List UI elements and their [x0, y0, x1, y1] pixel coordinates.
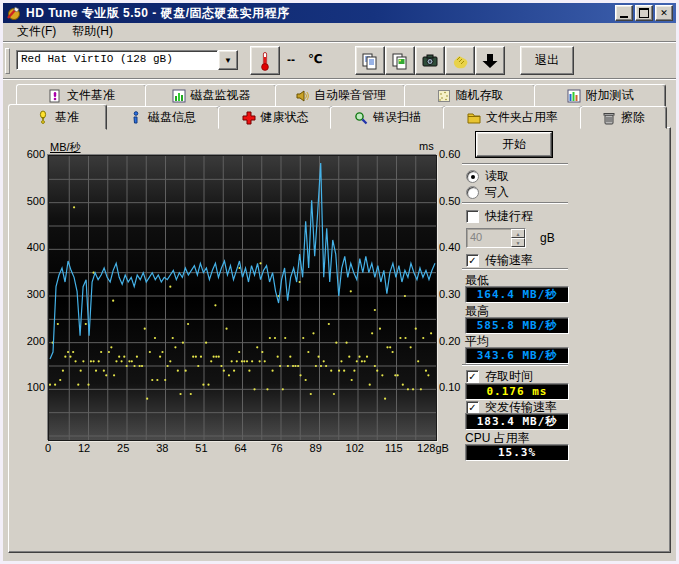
arrow-down-icon	[481, 52, 499, 70]
menu-help[interactable]: 帮助(H)	[64, 22, 121, 42]
hand-icon	[451, 52, 469, 70]
disk-monitor-icon	[172, 89, 186, 103]
tab-folder-usage[interactable]: 文件夹占用率	[443, 106, 582, 129]
speaker-icon	[295, 89, 309, 103]
random-access-icon	[437, 89, 451, 103]
tab-disk-monitor[interactable]: 磁盘监视器	[145, 84, 277, 107]
menu-bar: 文件(F) 帮助(H)	[3, 23, 676, 42]
copy-image-icon	[391, 52, 409, 70]
copy-text-button[interactable]	[355, 46, 385, 75]
x-axis-tick: 64	[221, 442, 261, 454]
start-label: 开始	[502, 136, 526, 153]
short-stroke-checkbox[interactable]: 快捷行程	[466, 208, 533, 225]
radio-read-icon	[466, 170, 479, 183]
benchmark-chart	[48, 155, 437, 441]
tab-label: 磁盘信息	[148, 109, 196, 126]
radio-read-label: 读取	[485, 168, 509, 185]
extra-tests-icon	[567, 89, 581, 103]
screenshot-button[interactable]	[415, 46, 445, 75]
close-button[interactable]: ✕	[655, 5, 673, 21]
transfer-rate-label: 传输速率	[485, 252, 533, 269]
health-cross-icon	[242, 111, 256, 125]
tab-error-scan[interactable]: 错误扫描	[330, 106, 445, 129]
x-axis-tick: 12	[64, 442, 104, 454]
copy-text-icon	[361, 52, 379, 70]
y2-axis-tick: 0.60	[439, 148, 469, 160]
max-value-display: 585.8 MB/秒	[465, 317, 569, 334]
y-axis-tick: 200	[18, 335, 45, 347]
y-axis-tick: 400	[18, 241, 45, 253]
hdtune-app-icon	[6, 5, 22, 21]
checkbox-unchecked-icon	[466, 210, 479, 223]
minimize-button[interactable]	[615, 5, 633, 21]
x-axis-tick: 128gB	[413, 442, 453, 454]
radio-write-icon	[466, 186, 479, 199]
exit-label: 退出	[535, 52, 559, 69]
spinner-up-icon[interactable]: ▲	[511, 229, 525, 238]
y2-axis-tick: 0.50	[439, 195, 469, 207]
radio-write-label: 写入	[485, 184, 509, 201]
hdtune-window: HD Tune 专业版 5.50 - 硬盘/固态硬盘实用程序 ✕ 文件(F) 帮…	[0, 0, 679, 564]
maximize-icon	[639, 8, 649, 18]
tab-label: 磁盘监视器	[191, 87, 251, 104]
y-axis-tick: 600	[18, 148, 45, 160]
access-time-display: 0.176 ms	[465, 383, 569, 400]
tab-erase[interactable]: 擦除	[580, 106, 667, 129]
x-axis-tick: 115	[374, 442, 414, 454]
spinner-down-icon[interactable]: ▼	[511, 238, 525, 247]
magnifier-icon	[354, 111, 368, 125]
trash-icon	[602, 111, 616, 125]
tab-random-access[interactable]: 随机存取	[404, 84, 536, 107]
min-value-display: 164.4 MB/秒	[465, 286, 569, 303]
separator	[462, 268, 568, 270]
x-axis-tick: 51	[181, 442, 221, 454]
title-bar[interactable]: HD Tune 专业版 5.50 - 硬盘/固态硬盘实用程序 ✕	[3, 3, 676, 23]
tab-label: 文件基准	[67, 87, 115, 104]
tab-label: 错误扫描	[373, 109, 421, 126]
copy-image-button[interactable]	[385, 46, 415, 75]
tab-label: 健康状态	[261, 109, 309, 126]
thermometer-icon	[259, 51, 271, 71]
toolbar-grip	[5, 48, 10, 74]
start-button[interactable]: 开始	[476, 132, 552, 157]
radio-read[interactable]: 读取	[466, 168, 509, 185]
x-axis-tick: 89	[296, 442, 336, 454]
x-axis-tick: 25	[103, 442, 143, 454]
separator	[462, 364, 568, 366]
exclamation-icon	[36, 110, 50, 124]
tab-extra-tests[interactable]: 附加测试	[534, 84, 666, 107]
menu-file[interactable]: 文件(F)	[9, 22, 64, 42]
tab-benchmark[interactable]: 基准	[8, 104, 107, 130]
tab-aam[interactable]: 自动噪音管理	[275, 84, 406, 107]
tab-health[interactable]: 健康状态	[218, 106, 332, 129]
close-icon: ✕	[660, 8, 668, 18]
radio-write[interactable]: 写入	[466, 184, 509, 201]
chevron-down-icon[interactable]: ▼	[218, 50, 238, 70]
transfer-rate-checkbox[interactable]: ✓ 传输速率	[466, 252, 533, 269]
x-axis-tick: 76	[257, 442, 297, 454]
y-axis-tick: 100	[18, 381, 45, 393]
checkbox-checked-icon: ✓	[466, 370, 479, 383]
tab-label: 附加测试	[586, 87, 634, 104]
temperature-button[interactable]	[250, 46, 280, 75]
maximize-button[interactable]	[635, 5, 653, 21]
donate-button[interactable]	[445, 46, 475, 75]
size-unit-label: gB	[540, 231, 555, 245]
info-icon	[129, 111, 143, 125]
short-stroke-size-spinner[interactable]: 40 ▲ ▼	[466, 228, 526, 248]
spinner-value: 40	[467, 229, 511, 247]
drive-select[interactable]: Red Hat VirtIO (128 gB) ▼	[16, 50, 238, 70]
window-title: HD Tune 专业版 5.50 - 硬盘/固态硬盘实用程序	[26, 5, 613, 22]
exit-button[interactable]: 退出	[520, 46, 574, 75]
right-axis-unit: ms	[419, 140, 434, 152]
tab-label: 自动噪音管理	[314, 87, 386, 104]
folder-icon	[467, 111, 481, 125]
tab-disk-info[interactable]: 磁盘信息	[105, 106, 220, 129]
avg-value-display: 343.6 MB/秒	[465, 347, 569, 364]
minimize-to-tray-button[interactable]	[475, 46, 505, 75]
cpu-usage-display: 15.3%	[465, 444, 569, 461]
y-axis-tick: 300	[18, 288, 45, 300]
camera-icon	[421, 52, 439, 70]
drive-select-value: Red Hat VirtIO (128 gB)	[16, 50, 218, 70]
burst-rate-display: 183.4 MB/秒	[465, 413, 569, 430]
